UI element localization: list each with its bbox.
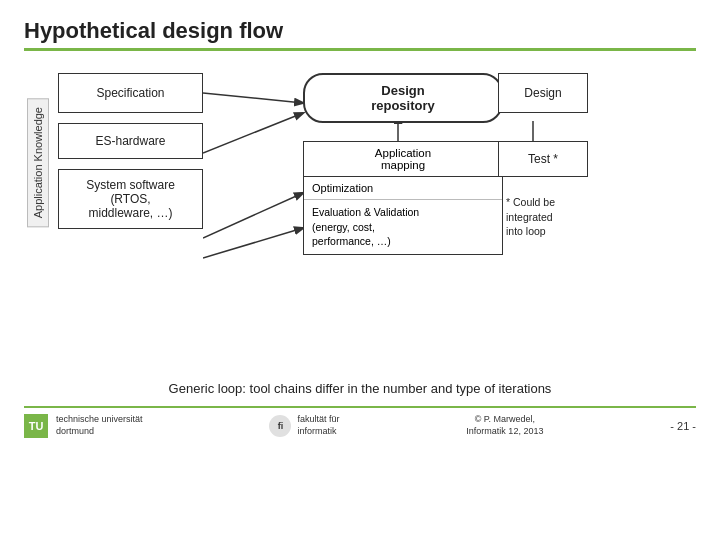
design-output-box: Design bbox=[498, 73, 588, 113]
vertical-label-wrapper: Application Knowledge bbox=[24, 63, 52, 263]
svg-line-6 bbox=[203, 228, 303, 258]
left-column: Specification ES-hardware System softwar… bbox=[58, 63, 203, 229]
optimization-label: Optimization bbox=[304, 177, 502, 200]
svg-line-1 bbox=[203, 113, 303, 153]
diagram-wrapper: Application Knowledge Specification ES-h… bbox=[24, 63, 696, 373]
svg-line-0 bbox=[203, 93, 303, 103]
page: Hypothetical design flow Application Kno… bbox=[0, 0, 720, 540]
could-integrated-note: * Could be integrated into loop bbox=[506, 195, 588, 239]
svg-line-2 bbox=[203, 193, 303, 238]
systemsoftware-box: System software (RTOS, middleware, …) bbox=[58, 169, 203, 229]
title-underline bbox=[24, 48, 696, 51]
university-name: technische universität dortmund bbox=[56, 414, 143, 437]
eshardware-box: ES-hardware bbox=[58, 123, 203, 159]
tu-logo-icon: TU bbox=[24, 414, 48, 438]
specification-box: Specification bbox=[58, 73, 203, 113]
design-box-wrapper: Design Test * * Could be integrated into… bbox=[498, 73, 588, 239]
eval-validation-label: Evaluation & Validation(energy, cost,per… bbox=[304, 200, 502, 254]
design-repo-area: Designrepository Application mapping Opt… bbox=[303, 73, 503, 255]
fi-logo-area: fi fakultät für informatik bbox=[269, 414, 339, 437]
tu-logo-area: TU technische universität dortmund bbox=[24, 414, 143, 438]
faculty-name: fakultät für informatik bbox=[297, 414, 339, 437]
design-repository-box: Designrepository bbox=[303, 73, 503, 123]
footer-bar: TU technische universität dortmund fi fa… bbox=[24, 406, 696, 438]
inner-flow-box: Application mapping Optimization Evaluat… bbox=[303, 141, 503, 255]
page-number: - 21 - bbox=[670, 420, 696, 432]
test-box: Test * bbox=[498, 141, 588, 177]
generic-loop-text: Generic loop: tool chains differ in the … bbox=[24, 381, 696, 396]
application-mapping-label: Application mapping bbox=[304, 142, 502, 177]
copyright-text: © P. Marwedel, Informatik 12, 2013 bbox=[466, 414, 543, 437]
fi-logo-icon: fi bbox=[269, 415, 291, 437]
application-knowledge-label: Application Knowledge bbox=[27, 98, 49, 227]
page-title: Hypothetical design flow bbox=[24, 18, 696, 44]
